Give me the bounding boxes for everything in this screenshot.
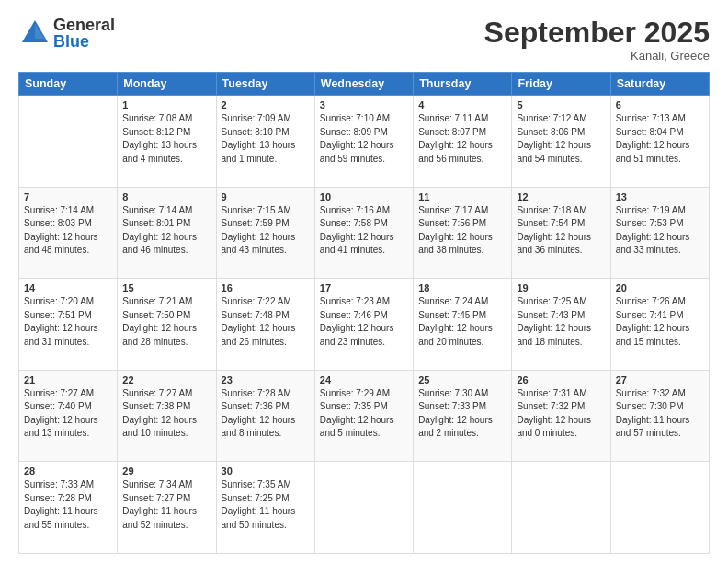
day-number: 10	[320, 191, 408, 202]
logo-icon	[18, 17, 51, 50]
col-friday: Friday	[512, 73, 610, 96]
table-row	[414, 462, 512, 554]
table-row: 29Sunrise: 7:34 AM Sunset: 7:27 PM Dayli…	[118, 462, 216, 554]
day-info: Sunrise: 7:28 AM Sunset: 7:36 PM Dayligh…	[222, 387, 310, 441]
day-info: Sunrise: 7:33 AM Sunset: 7:28 PM Dayligh…	[24, 478, 112, 532]
logo: General Blue	[18, 17, 115, 50]
table-row: 22Sunrise: 7:27 AM Sunset: 7:38 PM Dayli…	[118, 370, 216, 462]
day-info: Sunrise: 7:09 AM Sunset: 8:10 PM Dayligh…	[222, 112, 310, 166]
day-number: 21	[24, 374, 112, 385]
location-subtitle: Kanali, Greece	[484, 49, 710, 63]
page: General Blue September 2025 Kanali, Gree…	[0, 0, 728, 563]
col-thursday: Thursday	[414, 73, 512, 96]
day-number: 23	[222, 374, 310, 385]
day-number: 19	[517, 282, 605, 293]
day-info: Sunrise: 7:27 AM Sunset: 7:40 PM Dayligh…	[24, 387, 112, 441]
table-row: 13Sunrise: 7:19 AM Sunset: 7:53 PM Dayli…	[610, 187, 709, 279]
day-info: Sunrise: 7:27 AM Sunset: 7:38 PM Dayligh…	[122, 387, 210, 441]
table-row: 11Sunrise: 7:17 AM Sunset: 7:56 PM Dayli…	[414, 187, 512, 279]
day-info: Sunrise: 7:22 AM Sunset: 7:48 PM Dayligh…	[222, 295, 310, 349]
table-row: 23Sunrise: 7:28 AM Sunset: 7:36 PM Dayli…	[216, 370, 314, 462]
table-row: 18Sunrise: 7:24 AM Sunset: 7:45 PM Dayli…	[414, 279, 512, 371]
day-number: 6	[616, 99, 704, 110]
logo-general-text: General	[53, 17, 115, 33]
table-row: 6Sunrise: 7:13 AM Sunset: 8:04 PM Daylig…	[610, 96, 709, 188]
day-number: 18	[418, 282, 506, 293]
col-sunday: Sunday	[19, 73, 118, 96]
logo-text: General Blue	[53, 17, 115, 50]
calendar-week-row: 14Sunrise: 7:20 AM Sunset: 7:51 PM Dayli…	[19, 279, 710, 371]
table-row: 2Sunrise: 7:09 AM Sunset: 8:10 PM Daylig…	[216, 96, 314, 188]
day-info: Sunrise: 7:25 AM Sunset: 7:43 PM Dayligh…	[517, 295, 605, 349]
day-info: Sunrise: 7:29 AM Sunset: 7:35 PM Dayligh…	[320, 387, 408, 441]
day-info: Sunrise: 7:23 AM Sunset: 7:46 PM Dayligh…	[320, 295, 408, 349]
day-info: Sunrise: 7:20 AM Sunset: 7:51 PM Dayligh…	[24, 295, 112, 349]
calendar-table: Sunday Monday Tuesday Wednesday Thursday…	[18, 72, 710, 554]
table-row: 17Sunrise: 7:23 AM Sunset: 7:46 PM Dayli…	[314, 279, 413, 371]
day-number: 1	[122, 99, 210, 110]
day-info: Sunrise: 7:17 AM Sunset: 7:56 PM Dayligh…	[418, 204, 506, 258]
table-row: 8Sunrise: 7:14 AM Sunset: 8:01 PM Daylig…	[118, 187, 216, 279]
col-monday: Monday	[118, 73, 216, 96]
table-row: 26Sunrise: 7:31 AM Sunset: 7:32 PM Dayli…	[512, 370, 610, 462]
day-info: Sunrise: 7:12 AM Sunset: 8:06 PM Dayligh…	[517, 112, 605, 166]
title-block: September 2025 Kanali, Greece	[484, 17, 710, 63]
table-row: 1Sunrise: 7:08 AM Sunset: 8:12 PM Daylig…	[118, 96, 216, 188]
table-row	[512, 462, 610, 554]
day-number: 2	[222, 99, 310, 110]
col-wednesday: Wednesday	[314, 73, 413, 96]
logo-blue-text: Blue	[53, 33, 115, 50]
table-row: 21Sunrise: 7:27 AM Sunset: 7:40 PM Dayli…	[19, 370, 118, 462]
day-info: Sunrise: 7:14 AM Sunset: 8:01 PM Dayligh…	[122, 204, 210, 258]
table-row: 4Sunrise: 7:11 AM Sunset: 8:07 PM Daylig…	[414, 96, 512, 188]
day-info: Sunrise: 7:18 AM Sunset: 7:54 PM Dayligh…	[517, 204, 605, 258]
table-row: 16Sunrise: 7:22 AM Sunset: 7:48 PM Dayli…	[216, 279, 314, 371]
calendar-header-row: Sunday Monday Tuesday Wednesday Thursday…	[19, 73, 710, 96]
day-number: 5	[517, 99, 605, 110]
table-row: 10Sunrise: 7:16 AM Sunset: 7:58 PM Dayli…	[314, 187, 413, 279]
day-number: 22	[122, 374, 210, 385]
calendar-week-row: 1Sunrise: 7:08 AM Sunset: 8:12 PM Daylig…	[19, 96, 710, 188]
day-info: Sunrise: 7:14 AM Sunset: 8:03 PM Dayligh…	[24, 204, 112, 258]
day-info: Sunrise: 7:19 AM Sunset: 7:53 PM Dayligh…	[616, 204, 704, 258]
table-row: 28Sunrise: 7:33 AM Sunset: 7:28 PM Dayli…	[19, 462, 118, 554]
day-number: 17	[320, 282, 408, 293]
month-title: September 2025	[484, 17, 710, 49]
day-info: Sunrise: 7:31 AM Sunset: 7:32 PM Dayligh…	[517, 387, 605, 441]
day-number: 11	[418, 191, 506, 202]
day-number: 13	[616, 191, 704, 202]
day-info: Sunrise: 7:10 AM Sunset: 8:09 PM Dayligh…	[320, 112, 408, 166]
table-row: 9Sunrise: 7:15 AM Sunset: 7:59 PM Daylig…	[216, 187, 314, 279]
day-number: 25	[418, 374, 506, 385]
day-number: 29	[122, 465, 210, 477]
table-row: 3Sunrise: 7:10 AM Sunset: 8:09 PM Daylig…	[314, 96, 413, 188]
day-info: Sunrise: 7:11 AM Sunset: 8:07 PM Dayligh…	[418, 112, 506, 166]
day-number: 7	[24, 191, 112, 202]
day-number: 28	[24, 465, 112, 477]
header: General Blue September 2025 Kanali, Gree…	[18, 17, 710, 63]
day-number: 8	[122, 191, 210, 202]
day-info: Sunrise: 7:35 AM Sunset: 7:25 PM Dayligh…	[222, 478, 310, 532]
table-row: 30Sunrise: 7:35 AM Sunset: 7:25 PM Dayli…	[216, 462, 314, 554]
table-row: 14Sunrise: 7:20 AM Sunset: 7:51 PM Dayli…	[19, 279, 118, 371]
calendar-week-row: 7Sunrise: 7:14 AM Sunset: 8:03 PM Daylig…	[19, 187, 710, 279]
day-number: 4	[418, 99, 506, 110]
col-tuesday: Tuesday	[216, 73, 314, 96]
table-row: 12Sunrise: 7:18 AM Sunset: 7:54 PM Dayli…	[512, 187, 610, 279]
day-info: Sunrise: 7:34 AM Sunset: 7:27 PM Dayligh…	[122, 478, 210, 532]
table-row: 19Sunrise: 7:25 AM Sunset: 7:43 PM Dayli…	[512, 279, 610, 371]
day-info: Sunrise: 7:24 AM Sunset: 7:45 PM Dayligh…	[418, 295, 506, 349]
table-row	[610, 462, 709, 554]
table-row	[19, 96, 118, 188]
day-number: 20	[616, 282, 704, 293]
calendar-week-row: 28Sunrise: 7:33 AM Sunset: 7:28 PM Dayli…	[19, 462, 710, 554]
day-number: 3	[320, 99, 408, 110]
day-number: 15	[122, 282, 210, 293]
day-number: 24	[320, 374, 408, 385]
day-info: Sunrise: 7:32 AM Sunset: 7:30 PM Dayligh…	[616, 387, 704, 441]
table-row: 20Sunrise: 7:26 AM Sunset: 7:41 PM Dayli…	[610, 279, 709, 371]
day-number: 12	[517, 191, 605, 202]
day-number: 27	[616, 374, 704, 385]
table-row: 5Sunrise: 7:12 AM Sunset: 8:06 PM Daylig…	[512, 96, 610, 188]
day-info: Sunrise: 7:21 AM Sunset: 7:50 PM Dayligh…	[122, 295, 210, 349]
